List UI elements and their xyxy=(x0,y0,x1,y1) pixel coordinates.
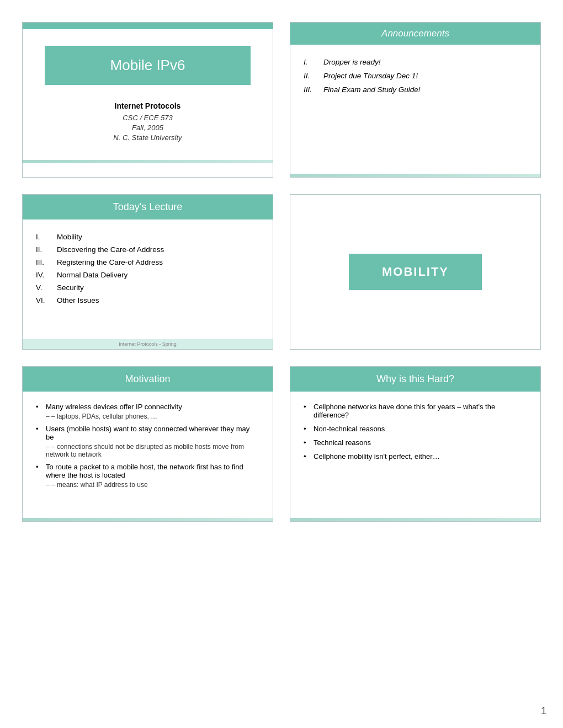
list-item: II. Discovering the Care-of Address xyxy=(36,245,259,254)
list-item: III. Registering the Care-of Address xyxy=(36,258,259,266)
subtitle-year: Fall, 2005 xyxy=(34,124,262,132)
item-text: Cellphone mobility isn't perfect, either… xyxy=(314,452,440,461)
item-text: Users (mobile hosts) want to stay connec… xyxy=(46,425,249,441)
list-item: II. Project due Thursday Dec 1! xyxy=(304,72,527,80)
slide-title: Mobile IPv6 Internet Protocols CSC / ECE… xyxy=(22,22,273,178)
announcements-body: I. Dropper is ready! II. Project due Thu… xyxy=(290,45,540,174)
list-item: V. Security xyxy=(36,283,259,292)
item-num: III. xyxy=(36,258,52,266)
slide-lecture: Today's Lecture I. Mobility II. Discover… xyxy=(22,194,273,350)
item-text: Discovering the Care-of Address xyxy=(57,245,164,254)
item-subtext: – laptops, PDAs, cellular phones, … xyxy=(46,413,182,420)
subtitle-bold: Internet Protocols xyxy=(34,101,262,110)
list-item: IV. Normal Data Delivery xyxy=(36,271,259,279)
mobility-label: MOBILITY xyxy=(349,254,482,290)
item-text: Other Issues xyxy=(57,296,99,304)
slide-mobility: MOBILITY xyxy=(290,194,541,350)
item-text: Dropper is ready! xyxy=(323,58,381,66)
list-item: I. Mobility xyxy=(36,233,259,241)
lecture-list: I. Mobility II. Discovering the Care-of … xyxy=(34,228,262,313)
item-text: Security xyxy=(57,283,84,292)
announcements-header: Announcements xyxy=(290,23,540,45)
hard-list: Cellphone networks have done this for ye… xyxy=(301,400,529,468)
item-num: I. xyxy=(36,233,52,241)
item-num: VI. xyxy=(36,296,52,304)
item-num: III. xyxy=(304,85,319,94)
list-item: VI. Other Issues xyxy=(36,296,259,304)
page-number: 1 xyxy=(541,705,546,717)
subtitle-area: Internet Protocols CSC / ECE 573 Fall, 2… xyxy=(23,96,273,160)
subtitle-university: N. C. State University xyxy=(34,133,262,142)
title-top-bar xyxy=(23,23,273,29)
item-text: Technical reasons xyxy=(314,438,371,447)
slide-footer: Internet Protocols - Spring xyxy=(23,339,273,349)
list-item: Technical reasons xyxy=(304,438,527,447)
item-num: II. xyxy=(36,245,52,254)
list-item: I. Dropper is ready! xyxy=(304,58,527,66)
item-num: II. xyxy=(304,72,319,80)
slide-announcements: Announcements I. Dropper is ready! II. P… xyxy=(290,22,541,178)
hard-body: Cellphone networks have done this for ye… xyxy=(290,392,540,518)
item-num: V. xyxy=(36,283,52,292)
slide-motivation: Motivation Many wireless devices offer I… xyxy=(22,366,273,522)
announcements-list: I. Dropper is ready! II. Project due Thu… xyxy=(301,53,529,104)
slide-bottom-bar xyxy=(290,518,540,521)
list-item: Cellphone networks have done this for ye… xyxy=(304,403,527,419)
item-text: Mobility xyxy=(57,233,82,241)
slide-bottom-bar xyxy=(23,160,273,163)
lecture-header: Today's Lecture xyxy=(23,195,273,220)
item-text: Registering the Care-of Address xyxy=(57,258,163,266)
item-text: Normal Data Delivery xyxy=(57,271,128,279)
list-item: Cellphone mobility isn't perfect, either… xyxy=(304,452,527,461)
lecture-body: I. Mobility II. Discovering the Care-of … xyxy=(23,220,273,339)
list-item: Users (mobile hosts) want to stay connec… xyxy=(36,425,259,458)
item-text: To route a packet to a mobile host, the … xyxy=(46,463,243,479)
motivation-body: Many wireless devices offer IP connectiv… xyxy=(23,392,273,518)
item-text: Non-technical reasons xyxy=(314,425,385,433)
item-text: Many wireless devices offer IP connectiv… xyxy=(46,403,182,411)
main-title: Mobile IPv6 xyxy=(54,57,242,74)
slide-bottom-bar xyxy=(290,174,540,177)
subtitle-course: CSC / ECE 573 xyxy=(34,114,262,122)
slide-bottom-bar xyxy=(23,518,273,521)
slide-hard: Why is this Hard? Cellphone networks hav… xyxy=(290,366,541,522)
list-item: To route a packet to a mobile host, the … xyxy=(36,463,259,489)
list-item: Many wireless devices offer IP connectiv… xyxy=(36,403,259,420)
title-box: Mobile IPv6 xyxy=(45,46,251,85)
list-item: III. Final Exam and Study Guide! xyxy=(304,85,527,94)
item-num: I. xyxy=(304,58,319,66)
item-num: IV. xyxy=(36,271,52,279)
item-subtext: – connections should not be disrupted as… xyxy=(46,443,259,458)
motivation-list: Many wireless devices offer IP connectiv… xyxy=(34,400,262,495)
item-text: Final Exam and Study Guide! xyxy=(323,85,421,94)
motivation-header: Motivation xyxy=(23,367,273,392)
list-item: Non-technical reasons xyxy=(304,425,527,433)
item-text: Cellphone networks have done this for ye… xyxy=(314,403,527,419)
hard-header: Why is this Hard? xyxy=(290,367,540,392)
item-subtext: – means: what IP address to use xyxy=(46,481,259,489)
item-text: Project due Thursday Dec 1! xyxy=(323,72,418,80)
